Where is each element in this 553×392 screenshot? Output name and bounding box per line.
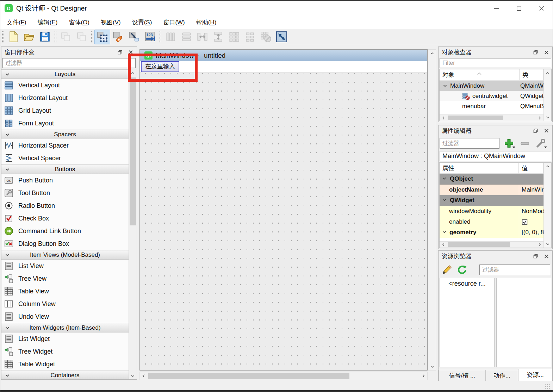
menu-item-W[interactable]: 窗口(W) (157, 16, 190, 29)
scrollbar-thumb[interactable] (448, 116, 503, 120)
scroll-right-button[interactable] (536, 242, 543, 248)
scrollbar-thumb[interactable] (148, 373, 349, 379)
toolbar-handle[interactable] (159, 31, 161, 43)
edit-signals-slots-button[interactable] (110, 30, 126, 44)
widget-item-tree-widget[interactable]: Tree Widget (1, 345, 129, 358)
property-value[interactable]: [(0, 0), 8 (519, 227, 543, 238)
object-inspector-header[interactable]: 对象 类 (440, 69, 543, 81)
property-filter-input[interactable] (440, 138, 499, 149)
toolbar-handle[interactable] (91, 31, 93, 43)
dock-tab-1[interactable]: 动作... (486, 370, 518, 381)
object-tree-row-MainWindow[interactable]: MainWindowQMainWindow (440, 81, 543, 91)
scrollbar-thumb[interactable] (448, 242, 510, 247)
float-panel-button[interactable] (533, 128, 538, 133)
form-horizontal-scrollbar[interactable] (139, 372, 428, 380)
close-panel-button[interactable] (544, 254, 549, 259)
scroll-up-button[interactable] (544, 69, 551, 77)
form-vertical-scrollbar[interactable] (428, 49, 436, 371)
layout-vertical-button[interactable] (179, 30, 194, 44)
save-file-button[interactable] (37, 30, 53, 44)
menu-item-F[interactable]: 文件(F) (1, 16, 32, 29)
scroll-up-button[interactable] (428, 50, 436, 57)
reload-resources-button[interactable] (456, 264, 468, 275)
object-inspector-titlebar[interactable]: 对象检查器 (439, 47, 552, 57)
widget-category-item-widgets-item-based-[interactable]: Item Widgets (Item-Based) (1, 323, 129, 332)
object-inspector-vscrollbar[interactable] (543, 69, 551, 121)
scroll-down-button[interactable] (544, 113, 551, 121)
edit-widgets-button[interactable] (94, 30, 110, 44)
widget-item-column-view[interactable]: Column View (1, 298, 129, 310)
menu-item-O[interactable]: 窗体(O) (63, 16, 95, 29)
property-row-geometry[interactable]: geometry[(0, 0), 8 (440, 227, 543, 238)
remove-property-button[interactable] (518, 138, 531, 149)
property-row-windowModality[interactable]: windowModalityNonModal (440, 206, 543, 217)
widget-category-layouts[interactable]: Layouts (1, 69, 129, 79)
configure-property-editor-button[interactable] (534, 138, 547, 149)
widget-item-tree-view[interactable]: Tree View (1, 272, 129, 285)
object-inspector-hscrollbar[interactable] (440, 114, 543, 121)
edit-tab-order-button[interactable]: 123 (142, 30, 158, 44)
menu-item-S[interactable]: 设置(S) (126, 16, 158, 29)
break-layout-button[interactable]: ,, (258, 30, 274, 44)
minimize-button[interactable] (485, 1, 508, 16)
property-row-objectName[interactable]: objectNameMainWindow (440, 185, 543, 195)
maximize-button[interactable] (508, 1, 530, 16)
adjust-size-button[interactable] (274, 30, 290, 44)
resource-preview-pane[interactable] (496, 278, 551, 367)
property-editor-titlebar[interactable]: 属性编辑器 (439, 125, 552, 136)
resource-browser-titlebar[interactable]: 资源浏览器 (439, 251, 552, 261)
close-panel-button[interactable] (544, 50, 549, 55)
scroll-down-button[interactable] (428, 363, 436, 370)
open-folder-button[interactable] (21, 30, 37, 44)
widget-category-containers[interactable]: Containers (1, 371, 129, 379)
menu-item-E[interactable]: 编辑(E) (32, 16, 63, 29)
layout-form-button[interactable] (242, 30, 258, 44)
widget-item-radio-button[interactable]: Radio Button (1, 199, 129, 212)
float-panel-button[interactable] (117, 50, 123, 55)
widget-category-buttons[interactable]: Buttons (1, 164, 129, 174)
layout-grid-button[interactable] (226, 30, 242, 44)
add-property-button[interactable] (503, 138, 515, 149)
resource-filter-input[interactable] (479, 265, 550, 275)
close-button[interactable] (530, 1, 553, 16)
property-editor-vscrollbar[interactable] (543, 163, 551, 248)
widget-item-check-box[interactable]: Check Box (1, 212, 129, 225)
menu-item-H[interactable]: 帮助(H) (191, 16, 222, 29)
object-tree-row-centralwidget[interactable]: centralwidgetQWidget (440, 91, 543, 101)
float-panel-button[interactable] (533, 254, 538, 259)
dock-tab-0[interactable]: 信号/槽 ... (439, 370, 486, 381)
layout-split-horizontal-button[interactable] (194, 30, 210, 44)
float-panel-button[interactable] (533, 50, 538, 55)
property-editor-hscrollbar[interactable] (440, 241, 543, 248)
widget-item-tool-button[interactable]: Tool Button (1, 187, 129, 199)
widget-category-spacers[interactable]: Spacers (1, 130, 129, 139)
new-file-button[interactable] (5, 30, 21, 44)
widget-item-form-layout[interactable]: Form Layout (1, 117, 129, 130)
window-titlebar[interactable]: D Qt 设计师 - Qt Designer (0, 0, 553, 16)
dock-tab-2[interactable]: 资源... (518, 369, 552, 381)
widget-item-grid-layout[interactable]: Grid Layout (1, 104, 129, 117)
scroll-up-button[interactable] (544, 163, 551, 170)
widget-item-dialog-button-box[interactable]: Dialog Button Box (1, 237, 129, 250)
layout-split-vertical-button[interactable] (210, 30, 226, 44)
widget-item-push-button[interactable]: OKPush Button (1, 174, 129, 187)
widget-item-command-link-button[interactable]: Command Link Button (1, 225, 129, 237)
property-value[interactable] (519, 217, 543, 227)
widget-item-list-widget[interactable]: List Widget (1, 332, 129, 345)
chevron-down-icon[interactable] (442, 229, 447, 236)
chevron-down-icon[interactable] (440, 83, 450, 88)
object-tree-row-menubar[interactable]: menubarQMenuBar (440, 101, 543, 111)
widget-item-vertical-layout[interactable]: Vertical Layout (1, 79, 129, 92)
resource-root-item[interactable]: <resource r... (440, 280, 494, 287)
menu-item-V[interactable]: 视图(V) (95, 16, 126, 29)
scroll-right-button[interactable] (536, 115, 543, 121)
property-row-enabled[interactable]: enabled (440, 217, 543, 227)
cascade-copy-button[interactable] (58, 30, 74, 44)
widget-item-table-widget[interactable]: Table Widget (1, 358, 129, 371)
layout-horizontal-button[interactable] (163, 30, 179, 44)
property-group-QObject[interactable]: QObject (440, 174, 543, 185)
resource-tree-pane[interactable]: <resource r... (440, 278, 495, 367)
widget-item-list-view[interactable]: List View (1, 260, 129, 272)
property-value[interactable]: NonModal (519, 206, 543, 217)
toolbar-handle[interactable] (1, 31, 4, 43)
